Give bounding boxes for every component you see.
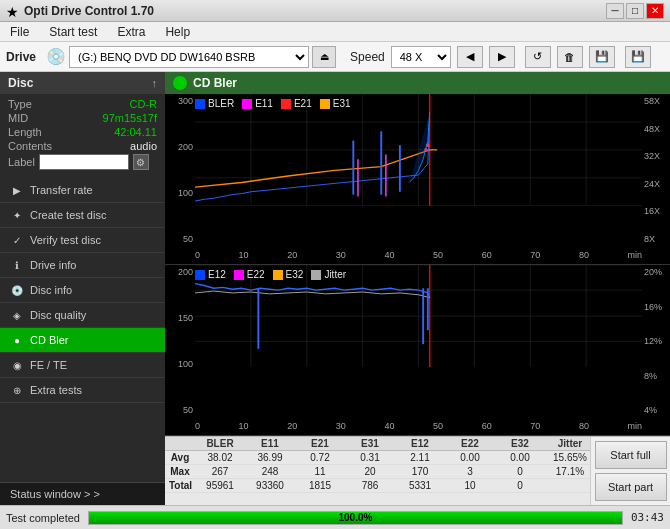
sidebar-item-verify-test-disc[interactable]: ✓ Verify test disc — [0, 228, 165, 253]
max-bler: 267 — [195, 465, 245, 478]
menu-bar: File Start test Extra Help — [0, 22, 670, 42]
avg-e21: 0.72 — [295, 451, 345, 464]
sidebar-item-fe-te[interactable]: ◉ FE / TE — [0, 353, 165, 378]
close-button[interactable]: ✕ — [646, 3, 664, 19]
window-controls: ─ □ ✕ — [606, 3, 664, 19]
chart2-x-axis: 0 10 20 30 40 50 60 70 80 min — [195, 417, 642, 435]
data-table: BLER E11 E21 E31 E12 E22 E32 Jitter Avg … — [165, 437, 590, 505]
max-e11: 248 — [245, 465, 295, 478]
sidebar-item-create-test-disc[interactable]: ✦ Create test disc — [0, 203, 165, 228]
main-layout: Disc ↑ Type CD-R MID 97m15s17f Length 42… — [0, 72, 670, 505]
verify-test-disc-icon: ✓ — [10, 233, 24, 247]
sidebar-item-disc-quality[interactable]: ◈ Disc quality — [0, 303, 165, 328]
menu-file[interactable]: File — [4, 23, 35, 41]
length-value: 42:04.11 — [114, 126, 157, 138]
disc-info-icon: 💿 — [10, 283, 24, 297]
cd-bler-header-icon — [173, 76, 187, 90]
disc-info-panel: Type CD-R MID 97m15s17f Length 42:04.11 … — [0, 94, 165, 178]
col-header-e22: E22 — [445, 437, 495, 450]
extra-tests-label: Extra tests — [30, 384, 82, 396]
speed-selector[interactable]: 48 X — [391, 46, 451, 68]
total-row: Total 95961 93360 1815 786 5331 10 0 — [165, 479, 590, 493]
refresh-button[interactable]: ↺ — [525, 46, 551, 68]
drive-label: Drive — [6, 50, 36, 64]
eject-button[interactable]: ⏏ — [312, 46, 336, 68]
cd-bler-icon: ● — [10, 333, 24, 347]
sidebar-item-disc-info[interactable]: 💿 Disc info — [0, 278, 165, 303]
sidebar-item-cd-bler[interactable]: ● CD Bler — [0, 328, 165, 353]
col-header-e12: E12 — [395, 437, 445, 450]
fe-te-label: FE / TE — [30, 359, 67, 371]
e21-legend: E21 — [294, 98, 312, 109]
label-gear-button[interactable]: ⚙ — [133, 154, 149, 170]
chart1-svg — [195, 94, 642, 206]
max-label: Max — [165, 465, 195, 478]
menu-extra[interactable]: Extra — [111, 23, 151, 41]
avg-label: Avg — [165, 451, 195, 464]
chart2-y-axis-right: 20% 16% 12% 8% 4% — [642, 265, 670, 415]
cd-bler-label: CD Bler — [30, 334, 69, 346]
chart-header: CD Bler — [165, 72, 670, 94]
disc-quality-icon: ◈ — [10, 308, 24, 322]
max-e31: 20 — [345, 465, 395, 478]
mid-value: 97m15s17f — [103, 112, 157, 124]
total-e32: 0 — [495, 479, 545, 492]
label-key: Label — [8, 156, 35, 168]
speed-down-button[interactable]: ◀ — [457, 46, 483, 68]
drive-bar: Drive 💿 (G:) BENQ DVD DD DW1640 BSRB ⏏ S… — [0, 42, 670, 72]
maximize-button[interactable]: □ — [626, 3, 644, 19]
drive-selector[interactable]: (G:) BENQ DVD DD DW1640 BSRB — [69, 46, 309, 68]
write-button[interactable]: 💾 — [589, 46, 615, 68]
sidebar-item-transfer-rate[interactable]: ▶ Transfer rate — [0, 178, 165, 203]
total-e21: 1815 — [295, 479, 345, 492]
save-button[interactable]: 💾 — [625, 46, 651, 68]
avg-e31: 0.31 — [345, 451, 395, 464]
disc-arrow-icon[interactable]: ↑ — [152, 77, 158, 89]
charts-area: BLER E11 E21 E31 300 200 100 50 58X 48X … — [165, 94, 670, 436]
content-panel: CD Bler BLER E11 E21 E31 300 200 100 50 — [165, 72, 670, 505]
sidebar: Disc ↑ Type CD-R MID 97m15s17f Length 42… — [0, 72, 165, 505]
table-header-row: BLER E11 E21 E31 E12 E22 E32 Jitter — [165, 437, 590, 451]
disc-section-header: Disc ↑ — [0, 72, 165, 94]
status-window-button[interactable]: Status window > > — [0, 482, 165, 505]
menu-help[interactable]: Help — [159, 23, 196, 41]
e11-legend: E11 — [255, 98, 273, 109]
e31-legend: E31 — [333, 98, 351, 109]
minimize-button[interactable]: ─ — [606, 3, 624, 19]
speed-up-button[interactable]: ▶ — [489, 46, 515, 68]
avg-jitter: 15.65% — [545, 451, 590, 464]
col-header-bler: BLER — [195, 437, 245, 450]
menu-start-test[interactable]: Start test — [43, 23, 103, 41]
chart-title: CD Bler — [193, 76, 237, 90]
chart2-legend: E12 E22 E32 Jitter — [195, 269, 346, 280]
window-title: Opti Drive Control 1.70 — [24, 4, 154, 18]
start-full-button[interactable]: Start full — [595, 441, 667, 469]
total-e22: 10 — [445, 479, 495, 492]
chart2-svg — [195, 265, 642, 367]
type-key: Type — [8, 98, 32, 110]
total-e31: 786 — [345, 479, 395, 492]
col-header-e21: E21 — [295, 437, 345, 450]
transfer-rate-icon: ▶ — [10, 183, 24, 197]
e22-legend: E22 — [247, 269, 265, 280]
status-text: Test completed — [6, 512, 80, 524]
e32-legend: E32 — [286, 269, 304, 280]
sidebar-item-drive-info[interactable]: ℹ Drive info — [0, 253, 165, 278]
status-window-label: Status window > > — [10, 488, 100, 500]
col-header-jitter: Jitter — [545, 437, 590, 450]
max-jitter: 17.1% — [545, 465, 590, 478]
bottom-bar: Test completed 100.0% 03:43 — [0, 505, 670, 529]
start-part-button[interactable]: Start part — [595, 473, 667, 501]
erase-button[interactable]: 🗑 — [557, 46, 583, 68]
avg-row: Avg 38.02 36.99 0.72 0.31 2.11 0.00 0.00… — [165, 451, 590, 465]
max-row: Max 267 248 11 20 170 3 0 17.1% — [165, 465, 590, 479]
create-test-disc-icon: ✦ — [10, 208, 24, 222]
contents-value: audio — [130, 140, 157, 152]
disc-info-label: Disc info — [30, 284, 72, 296]
col-header-e11: E11 — [245, 437, 295, 450]
progress-bar: 100.0% — [88, 511, 623, 525]
total-label: Total — [165, 479, 195, 492]
label-input[interactable] — [39, 154, 129, 170]
verify-test-disc-label: Verify test disc — [30, 234, 101, 246]
sidebar-item-extra-tests[interactable]: ⊕ Extra tests — [0, 378, 165, 403]
